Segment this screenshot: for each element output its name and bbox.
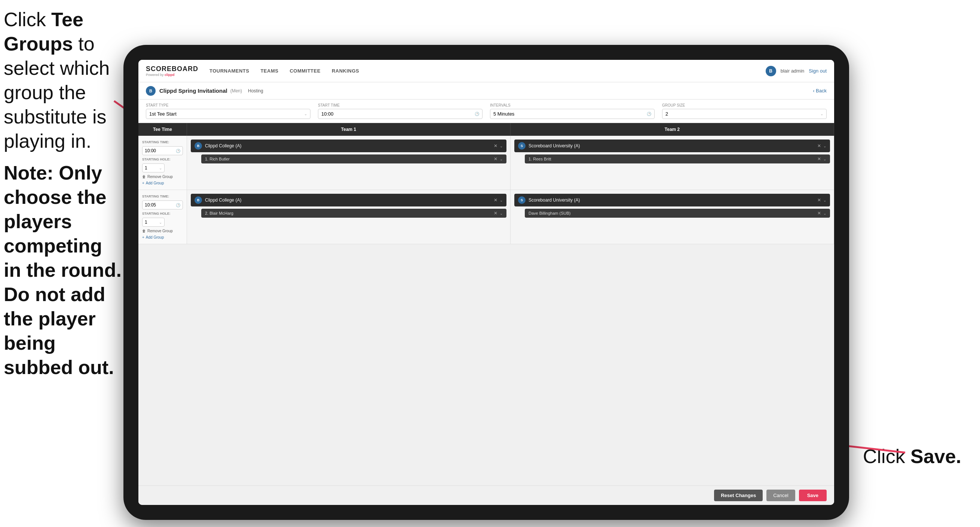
config-group-size: Group Size 2 ⌄ xyxy=(662,103,827,119)
config-intervals-input[interactable]: 5 Minutes 🕐 xyxy=(490,109,655,119)
remove-team2-1[interactable]: ✕ xyxy=(817,143,821,148)
team2-entry-1[interactable]: S Scoreboard University (A) ✕ ⌄ xyxy=(514,140,830,152)
logo-area: SCOREBOARD Powered by clippd xyxy=(146,65,198,77)
chevron-down-icon: ⌄ xyxy=(304,112,307,116)
remove-player2-1[interactable]: ✕ xyxy=(817,156,821,162)
starting-hole-label-2: STARTING HOLE: xyxy=(142,212,183,215)
nav-tournaments[interactable]: TOURNAMENTS xyxy=(210,68,249,74)
team2-entry-2[interactable]: S Scoreboard University (A) ✕ ⌄ xyxy=(514,194,830,207)
annotation-right: Click Save. xyxy=(863,445,961,468)
remove-team1-2[interactable]: ✕ xyxy=(494,197,498,203)
subheader: B Clippd Spring Invitational (Men) Hosti… xyxy=(138,82,834,99)
reorder-team1-1[interactable]: ⌄ xyxy=(500,144,503,148)
add-group-button-2[interactable]: + Add Group xyxy=(142,235,183,239)
team1-icon-1: B xyxy=(194,142,202,150)
nav-rankings[interactable]: RANKINGS xyxy=(332,68,359,74)
annotation-top: Click Tee Groups to select which group t… xyxy=(4,8,123,153)
clock-icon-3: 🕐 xyxy=(176,149,180,153)
reorder-player2-1[interactable]: ⌄ xyxy=(823,157,826,161)
team2-col-1: S Scoreboard University (A) ✕ ⌄ 1. Rees … xyxy=(511,136,834,189)
th-team2: Team 2 xyxy=(511,123,834,136)
team1-col-2: B Clippd College (A) ✕ ⌄ 2. Blair McHarg… xyxy=(187,190,511,244)
annotation-right-text: Click Save. xyxy=(863,446,961,467)
cancel-button[interactable]: Cancel xyxy=(767,490,795,501)
config-bar: Start Type 1st Tee Start ⌄ Start Time 10… xyxy=(138,99,834,123)
hole-input-2[interactable]: 1 ⌄ xyxy=(142,218,165,227)
remove-group-button-1[interactable]: 🗑 Remove Group xyxy=(142,175,183,179)
player2-name-2: Dave Billingham (SUB) xyxy=(528,211,817,215)
user-label: blair admin xyxy=(781,68,805,74)
reorder-team1-2[interactable]: ⌄ xyxy=(500,198,503,202)
time-input-2[interactable]: 10:05 🕐 xyxy=(142,201,183,209)
team2-name-1: Scoreboard University (A) xyxy=(528,143,814,148)
config-intervals: Intervals 5 Minutes 🕐 xyxy=(490,103,655,119)
clock-icon: 🕐 xyxy=(475,112,479,116)
subheader-icon: B xyxy=(146,86,156,96)
time-input-1[interactable]: 10:00 🕐 xyxy=(142,146,183,155)
player1-entry-2[interactable]: 2. Blair McHarg ✕ ⌄ xyxy=(201,209,506,218)
stepper-icon-3: ⌄ xyxy=(159,220,162,224)
team1-name-1: Clippd College (A) xyxy=(205,143,491,148)
player1-name-2: 2. Blair McHarg xyxy=(205,211,494,215)
reorder-team2-1[interactable]: ⌄ xyxy=(823,144,826,148)
team1-controls-1: ✕ ⌄ xyxy=(494,143,503,148)
logo-scoreboard: SCOREBOARD xyxy=(146,65,198,73)
remove-team2-2[interactable]: ✕ xyxy=(817,197,821,203)
reorder-player1-2[interactable]: ⌄ xyxy=(500,211,503,215)
nav-links: TOURNAMENTS TEAMS COMMITTEE RANKINGS xyxy=(210,68,766,74)
remove-player1-1[interactable]: ✕ xyxy=(494,156,498,162)
config-group-size-input[interactable]: 2 ⌄ xyxy=(662,109,827,119)
config-group-size-label: Group Size xyxy=(662,103,827,107)
remove-group-button-2[interactable]: 🗑 Remove Group xyxy=(142,229,183,233)
reset-changes-button[interactable]: Reset Changes xyxy=(714,490,763,501)
reorder-player1-1[interactable]: ⌄ xyxy=(500,157,503,161)
remove-player1-2[interactable]: ✕ xyxy=(494,210,498,216)
save-button[interactable]: Save xyxy=(799,490,827,501)
sign-out-link[interactable]: Sign out xyxy=(809,68,827,74)
clock-icon-2: 🕐 xyxy=(647,112,651,116)
team2-name-2: Scoreboard University (A) xyxy=(528,197,814,203)
team2-col-2: S Scoreboard University (A) ✕ ⌄ Dave Bil… xyxy=(511,190,834,244)
player1-name-1: 1. Rich Butler xyxy=(205,157,494,161)
plus-icon-2: + xyxy=(142,235,145,239)
config-start-time-input[interactable]: 10:00 🕐 xyxy=(318,109,482,119)
hosting-tag: Hosting xyxy=(248,88,263,94)
starting-time-label-2: STARTING TIME: xyxy=(142,194,183,198)
player2-entry-2[interactable]: Dave Billingham (SUB) ✕ ⌄ xyxy=(525,209,830,218)
team2-icon-2: S xyxy=(518,196,525,204)
reorder-team2-2[interactable]: ⌄ xyxy=(823,198,826,202)
reorder-player2-2[interactable]: ⌄ xyxy=(823,211,826,215)
nav-teams[interactable]: TEAMS xyxy=(260,68,278,74)
tablet-frame: SCOREBOARD Powered by clippd TOURNAMENTS… xyxy=(123,45,849,520)
back-button[interactable]: ‹ Back xyxy=(813,88,827,94)
annotation-mid: Note: Only choose the players competing … xyxy=(4,161,123,380)
plus-icon: + xyxy=(142,181,145,185)
team1-entry-2[interactable]: B Clippd College (A) ✕ ⌄ xyxy=(191,194,506,207)
config-start-type-label: Start Type xyxy=(146,103,310,107)
nav-right: B blair admin Sign out xyxy=(766,66,827,76)
hole-input-1[interactable]: 1 ⌄ xyxy=(142,164,165,172)
user-avatar: B xyxy=(766,66,776,76)
clock-icon-4: 🕐 xyxy=(176,203,180,207)
group-left-2: STARTING TIME: 10:05 🕐 STARTING HOLE: 1 … xyxy=(138,190,187,244)
remove-player2-2[interactable]: ✕ xyxy=(817,210,821,216)
stepper-icon: ⌄ xyxy=(820,112,823,116)
config-start-time-label: Start Time xyxy=(318,103,482,107)
team1-name-2: Clippd College (A) xyxy=(205,197,491,203)
add-group-button-1[interactable]: + Add Group xyxy=(142,181,183,185)
player2-entry-1[interactable]: 1. Rees Britt ✕ ⌄ xyxy=(525,154,830,164)
content-area: STARTING TIME: 10:00 🕐 STARTING HOLE: 1 … xyxy=(138,136,834,486)
annotation-top-text: Click Tee Groups to select which group t… xyxy=(4,9,110,152)
navbar: SCOREBOARD Powered by clippd TOURNAMENTS… xyxy=(138,60,834,82)
player1-entry-1[interactable]: 1. Rich Butler ✕ ⌄ xyxy=(201,154,506,164)
footer-bar: Reset Changes Cancel Save xyxy=(138,486,834,505)
nav-committee[interactable]: COMMITTEE xyxy=(290,68,321,74)
remove-team1-1[interactable]: ✕ xyxy=(494,143,498,148)
logo-powered-by: Powered by clippd xyxy=(146,73,198,77)
group-left-1: STARTING TIME: 10:00 🕐 STARTING HOLE: 1 … xyxy=(138,136,187,189)
table-header: Tee Time Team 1 Team 2 xyxy=(138,123,834,136)
config-start-time: Start Time 10:00 🕐 xyxy=(318,103,482,119)
config-start-type-input[interactable]: 1st Tee Start ⌄ xyxy=(146,109,310,119)
team1-entry-1[interactable]: B Clippd College (A) ✕ ⌄ xyxy=(191,140,506,152)
group-teams-2: B Clippd College (A) ✕ ⌄ 2. Blair McHarg… xyxy=(187,190,834,244)
